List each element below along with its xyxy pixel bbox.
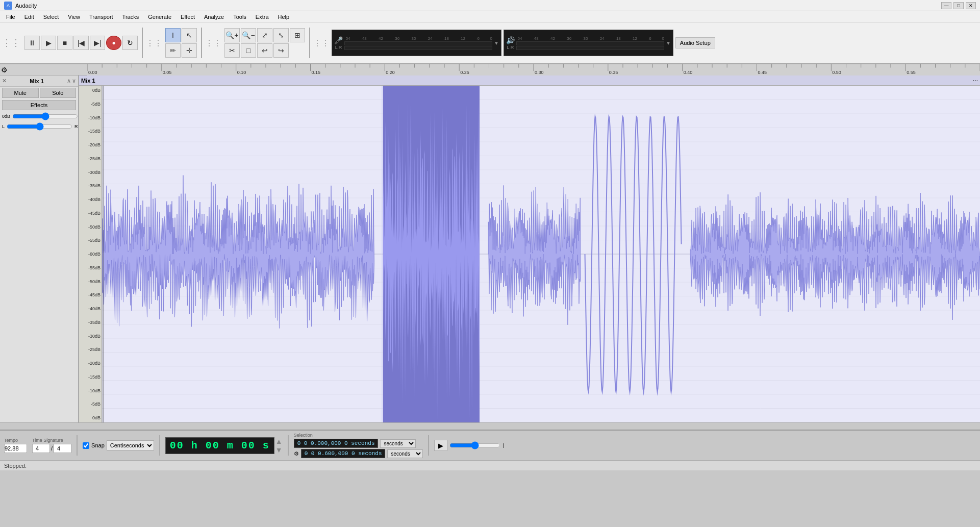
snap-type-select[interactable]: Centiseconds Seconds Beats Bars (107, 440, 154, 450)
menu-file[interactable]: File (2, 13, 19, 21)
multi-tool-button[interactable]: ✛ (182, 43, 197, 58)
menu-help[interactable]: Help (274, 13, 294, 21)
waveform-svg-container[interactable] (102, 86, 980, 422)
selection-start-display: 0 0 0.000,000 0 seconds (294, 439, 379, 448)
db-0-bot: 0dB (80, 415, 100, 420)
gain-slider[interactable] (12, 112, 78, 120)
minimize-button[interactable]: — (941, 2, 951, 9)
menu-view[interactable]: View (64, 13, 84, 21)
play-speed-section: ▶ | (434, 440, 504, 451)
tempo-input[interactable] (4, 444, 27, 453)
speed-end-marker: | (502, 443, 504, 448)
menu-generate[interactable]: Generate (144, 13, 175, 21)
record-button[interactable]: ● (106, 36, 121, 50)
audio-setup-button[interactable]: Audio Setup (675, 37, 715, 48)
loop-button[interactable]: ↻ (122, 36, 138, 50)
track-more-button[interactable]: ⋯ (973, 78, 978, 83)
db-35-2: -35dB (80, 320, 100, 325)
output-lr-label: L R (507, 45, 514, 50)
track-controls: ∧ ∨ (67, 78, 76, 84)
trim-audio-button[interactable]: ✂ (224, 43, 240, 58)
track-expand-button[interactable]: ∨ (72, 78, 76, 84)
main-area: ✕ Mix 1 ∧ ∨ Mute Solo Effects 0dB L R (0, 76, 980, 422)
tempo-label: Tempo (4, 438, 27, 443)
bottom-sep-1 (77, 435, 78, 456)
menu-transport[interactable]: Transport (85, 13, 117, 21)
zoom-fit-button[interactable]: ⤡ (273, 28, 289, 42)
settings-gear-button[interactable]: ⚙ (0, 65, 8, 75)
db-0-top: 0dB (80, 88, 100, 93)
db-30-2: -30dB (80, 334, 100, 339)
bottom-sep-3 (288, 435, 289, 456)
cursor-tool-button[interactable]: I (165, 28, 181, 42)
horizontal-scrollbar[interactable] (0, 422, 980, 430)
speaker-icon: 🔊 (506, 36, 515, 44)
effects-button[interactable]: Effects (2, 100, 76, 110)
menu-edit[interactable]: Edit (20, 13, 38, 21)
zoom-in-button[interactable]: 🔍+ (224, 28, 240, 42)
ruler-bar: ⚙ (0, 64, 980, 76)
pause-button[interactable]: ⏸ (24, 36, 40, 50)
input-lr-label: L R (335, 45, 342, 50)
play-button[interactable]: ▶ (41, 36, 56, 50)
close-button[interactable]: ✕ (966, 2, 976, 9)
selection-end-value: 0 0 0.600,000 0 seconds (305, 450, 382, 457)
gain-slider-row: 0dB (0, 111, 78, 121)
maximize-button[interactable]: □ (953, 2, 964, 9)
menu-analyze[interactable]: Analyze (200, 13, 228, 21)
tools-drag-handle: ⋮⋮ (146, 38, 162, 48)
time-down-arrow[interactable]: ▼ (275, 446, 283, 454)
mute-solo-row: Mute Solo (0, 87, 78, 99)
mute-button[interactable]: Mute (2, 88, 39, 98)
zoom-sel-button[interactable]: ⤢ (257, 28, 272, 42)
menu-extra[interactable]: Extra (252, 13, 273, 21)
snap-checkbox[interactable] (83, 442, 89, 449)
selection-section: Selection 0 0 0.000,000 0 seconds second… (294, 433, 423, 458)
pan-slider-row: L R (0, 121, 78, 132)
waveform-canvas-area[interactable]: 0dB -5dB -10dB -15dB -20dB -25dB -30dB -… (79, 86, 980, 422)
time-sig-container: / (32, 444, 71, 453)
input-vu-dropdown-icon[interactable]: ▼ (494, 40, 499, 46)
zoom-toggle-button[interactable]: ⊞ (290, 28, 305, 42)
envelope-tool-button[interactable]: ↖ (182, 28, 197, 42)
menu-effect[interactable]: Effect (177, 13, 199, 21)
selection-end-unit[interactable]: seconds hh:mm:ss samples (387, 449, 423, 458)
selection-gear-icon[interactable]: ⚙ (294, 450, 299, 457)
solo-button[interactable]: Solo (40, 88, 77, 98)
menu-tracks[interactable]: Tracks (118, 13, 143, 21)
draw-tool-button[interactable]: ✏ (165, 43, 181, 58)
pan-slider[interactable] (7, 122, 72, 131)
stop-button[interactable]: ■ (57, 36, 72, 50)
output-vu-dropdown-icon[interactable]: ▼ (666, 40, 671, 46)
output-vu-scale: -54-48-42-36-30-24-18-12-60 (516, 36, 664, 41)
db-15-2: -15dB (80, 374, 100, 380)
play-speed-slider[interactable] (449, 441, 500, 449)
tools-group: I ↖ ✏ ✛ (164, 23, 198, 62)
db-5-2: -5dB (80, 401, 100, 407)
track-close-button[interactable]: ✕ (2, 78, 7, 84)
time-sig-num-input[interactable] (32, 444, 50, 453)
menu-tools[interactable]: Tools (229, 13, 250, 21)
skip-end-button[interactable]: ▶| (90, 36, 105, 50)
time-up-arrow[interactable]: ▲ (275, 437, 283, 445)
track-header: ✕ Mix 1 ∧ ∨ (0, 76, 78, 87)
db-40: -40dB (80, 197, 100, 202)
time-sig-slash: / (51, 445, 53, 451)
menu-select[interactable]: Select (39, 13, 63, 21)
tempo-section: Tempo (4, 438, 27, 453)
track-waveform-label: Mix 1 (81, 78, 95, 84)
time-sig-den-input[interactable] (54, 444, 71, 453)
db-45: -45dB (80, 211, 100, 216)
selection-start-unit[interactable]: seconds hh:mm:ss samples (380, 439, 416, 448)
app-title: Audacity (15, 3, 37, 9)
toolbar-sep-1 (142, 28, 143, 58)
db-40-2: -40dB (80, 306, 100, 311)
silence-button[interactable]: □ (241, 43, 256, 58)
skip-start-button[interactable]: |◀ (73, 36, 89, 50)
play-at-speed-button[interactable]: ▶ (434, 440, 447, 451)
undo-button[interactable]: ↩ (257, 43, 272, 58)
title-bar: A Audacity — □ ✕ (0, 0, 980, 11)
redo-button[interactable]: ↪ (273, 43, 289, 58)
zoom-out-button[interactable]: 🔍− (241, 28, 256, 42)
track-collapse-button[interactable]: ∧ (67, 78, 71, 84)
